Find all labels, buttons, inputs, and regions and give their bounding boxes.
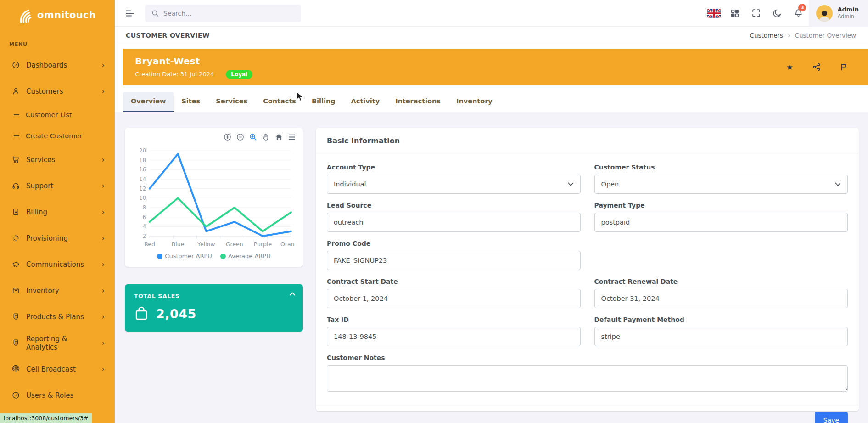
- sidebar-item-label: Services: [26, 156, 55, 164]
- contract-renewal-date-label: Contract Renewal Date: [594, 278, 848, 285]
- status-badge: Loyal: [226, 70, 252, 79]
- promo-code-input[interactable]: [327, 251, 581, 270]
- customer-header-section: Bryant-West Creation Date: 31 Jul 2024 L…: [115, 44, 868, 112]
- users-gauge-icon: [12, 391, 20, 399]
- customer-notes-textarea[interactable]: [327, 365, 848, 392]
- sidebar-item-label: Provisioning: [26, 234, 68, 243]
- sidebar-toggle-button[interactable]: [122, 6, 138, 21]
- omnitouch-logo[interactable]: omnitouch: [0, 0, 115, 30]
- chevron-down-icon: [568, 182, 574, 186]
- chart-selection-zoom-button[interactable]: [249, 133, 257, 141]
- save-button[interactable]: Save: [815, 412, 848, 423]
- sidebar-subitem-customer-list[interactable]: Customer List: [0, 104, 115, 125]
- payment-type-input[interactable]: [594, 213, 848, 232]
- tax-id-input[interactable]: [327, 327, 581, 346]
- sidebar-item-customers[interactable]: Customers›: [0, 78, 115, 104]
- form-footer: Save: [316, 405, 859, 423]
- svg-text:8: 8: [143, 204, 146, 211]
- dash-icon: [14, 114, 19, 115]
- total-sales-value: 2,045: [156, 307, 196, 321]
- sidebar: omnitouch MENU Dashboards›Customers›Cust…: [0, 0, 115, 423]
- creation-date: Creation Date: 31 Jul 2024: [135, 71, 214, 78]
- legend-dot: [220, 254, 226, 259]
- contract-start-date-input[interactable]: [327, 289, 581, 308]
- collapse-chevron-up-icon[interactable]: [289, 292, 296, 296]
- field-contract-renewal-date: Contract Renewal Date: [594, 278, 848, 308]
- dark-mode-button[interactable]: [767, 0, 788, 27]
- chart-zoom-in-button[interactable]: [224, 133, 231, 141]
- account-type-select[interactable]: Individual: [327, 175, 581, 194]
- search-box: [145, 5, 301, 22]
- sidebar-item-support[interactable]: Support›: [0, 173, 115, 199]
- chart-zoom-out-button[interactable]: [236, 133, 244, 141]
- share-icon[interactable]: [812, 63, 821, 71]
- basic-information-form: Account TypeIndividualCustomer StatusOpe…: [327, 164, 848, 394]
- svg-text:18: 18: [139, 157, 146, 164]
- apps-grid-button[interactable]: [724, 0, 745, 27]
- tab-interactions[interactable]: Interactions: [387, 92, 448, 112]
- selected-value: Open: [601, 180, 619, 188]
- sidebar-item-users-roles[interactable]: Users & Roles: [0, 382, 115, 408]
- default-payment-method-input[interactable]: [594, 327, 848, 346]
- promo-code-label: Promo Code: [327, 240, 581, 247]
- sidebar-item-billing[interactable]: Billing›: [0, 199, 115, 225]
- field-tax-id: Tax ID: [327, 316, 581, 346]
- chevron-right-icon: ›: [102, 208, 105, 216]
- chart-pan-hand-button[interactable]: [262, 133, 270, 141]
- field-customer-notes: Customer Notes: [327, 354, 848, 394]
- tab-sites[interactable]: Sites: [174, 92, 208, 112]
- customer-tabs: OverviewSitesServicesContactsBillingActi…: [123, 92, 868, 112]
- notification-count-badge: 3: [798, 4, 806, 11]
- sidebar-item-cell-broadcast[interactable]: Cell Broadcast›: [0, 356, 115, 382]
- favorite-star-icon[interactable]: ★: [786, 63, 793, 71]
- svg-text:20: 20: [139, 147, 146, 154]
- lead-source-input[interactable]: [327, 213, 581, 232]
- tab-activity[interactable]: Activity: [343, 92, 388, 112]
- customer-banner: Bryant-West Creation Date: 31 Jul 2024 L…: [123, 49, 868, 85]
- contract-renewal-date-input[interactable]: [594, 289, 848, 308]
- legend-item-average-arpu[interactable]: Average ARPU: [220, 253, 271, 259]
- field-promo-code: Promo Code: [327, 240, 581, 270]
- report-tag-icon: [12, 339, 20, 347]
- tab-overview[interactable]: Overview: [123, 92, 174, 112]
- sidebar-subitem-create-customer[interactable]: Create Customer: [0, 125, 115, 147]
- sidebar-item-products-plans[interactable]: Products & Plans›: [0, 304, 115, 330]
- sidebar-item-dashboards[interactable]: Dashboards›: [0, 52, 115, 78]
- flag-icon[interactable]: [840, 63, 848, 71]
- legend-item-customer-arpu[interactable]: Customer ARPU: [157, 253, 212, 259]
- sidebar-item-label: Customers: [26, 87, 63, 96]
- language-flag-button[interactable]: [703, 0, 724, 27]
- svg-text:12: 12: [139, 186, 146, 192]
- svg-text:Yellow: Yellow: [197, 241, 215, 248]
- sidebar-item-reporting-analytics[interactable]: Reporting & Analytics›: [0, 330, 115, 356]
- sidebar-item-label: Dashboards: [26, 61, 67, 69]
- svg-text:6: 6: [143, 214, 146, 220]
- chart-menu-button[interactable]: [288, 134, 296, 141]
- arpu-chart-card: 2468101214161820RedBlueYellowGreenPurple…: [125, 128, 303, 267]
- customer-notes-label: Customer Notes: [327, 354, 848, 361]
- user-name: Admin: [837, 6, 859, 13]
- svg-text:Blue: Blue: [172, 241, 185, 248]
- notifications-bell-button[interactable]: 3: [788, 0, 809, 27]
- tab-services[interactable]: Services: [208, 92, 255, 112]
- default-payment-method-label: Default Payment Method: [594, 316, 848, 323]
- sidebar-item-inventory[interactable]: Inventory›: [0, 277, 115, 304]
- legend-label: Average ARPU: [228, 253, 271, 259]
- svg-text:Red: Red: [144, 241, 155, 248]
- sidebar-item-communications[interactable]: Communications›: [0, 251, 115, 277]
- tab-inventory[interactable]: Inventory: [448, 92, 500, 112]
- left-column: 2468101214161820RedBlueYellowGreenPurple…: [125, 128, 303, 423]
- breadcrumb-parent-link[interactable]: Customers: [750, 32, 784, 39]
- customer-status-select[interactable]: Open: [594, 175, 848, 194]
- chevron-right-icon: ›: [102, 234, 105, 243]
- fullscreen-button[interactable]: [745, 0, 767, 27]
- tab-billing[interactable]: Billing: [304, 92, 343, 112]
- user-menu[interactable]: Admin Admin: [809, 0, 868, 27]
- sidebar-item-provisioning[interactable]: Provisioning›: [0, 225, 115, 251]
- sidebar-item-label: Users & Roles: [26, 391, 73, 400]
- chart-reset-home-button[interactable]: [275, 133, 283, 141]
- sidebar-item-services[interactable]: Services›: [0, 147, 115, 173]
- search-input[interactable]: [163, 10, 295, 17]
- tab-contacts[interactable]: Contacts: [255, 92, 304, 112]
- cart-icon: [12, 156, 20, 164]
